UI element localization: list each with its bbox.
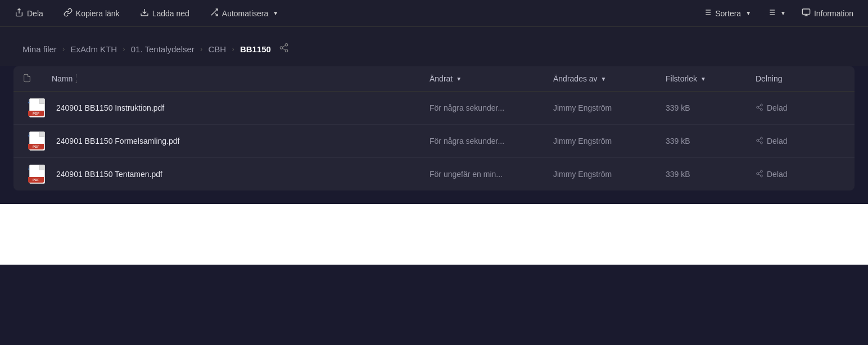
toolbar: Dela Kopiera länk Ladda ned Automatisera… xyxy=(0,0,868,27)
breadcrumb-item-2[interactable]: 01. Tentalydelser xyxy=(131,44,195,54)
sharing-label: Delad xyxy=(767,103,788,112)
pdf-icon: PDF ↓ xyxy=(28,164,46,185)
svg-point-21 xyxy=(761,108,763,111)
svg-point-31 xyxy=(761,175,763,177)
svg-line-27 xyxy=(758,140,761,142)
breadcrumb-item-0[interactable]: Mina filer xyxy=(22,44,57,54)
breadcrumb-area: Mina filer › ExAdm KTH › 01. Tentalydels… xyxy=(0,27,868,66)
breadcrumb-item-3[interactable]: CBH xyxy=(209,44,227,54)
col-name-header[interactable]: Namn ↑↓ xyxy=(52,73,430,84)
file-icon-cell: PDF ↓ xyxy=(22,97,52,119)
table-row[interactable]: PDF ↓ 240901 BB1150 Tentamen.pdf För ung… xyxy=(13,158,855,190)
sort-icon xyxy=(703,8,712,19)
file-sharing: Delad xyxy=(756,137,846,146)
dela-label: Dela xyxy=(27,9,43,18)
col-filesize-label: Filstorlek xyxy=(666,74,697,83)
file-name: 240901 BB1150 Formelsamling.pdf xyxy=(52,137,430,146)
sortera-button[interactable]: Sortera ▼ xyxy=(699,6,754,21)
col-name-label: Namn xyxy=(52,74,73,83)
download-icon xyxy=(140,8,149,19)
svg-line-18 xyxy=(282,46,285,47)
information-icon xyxy=(802,8,811,19)
share-icon xyxy=(15,8,24,19)
sharing-label: Delad xyxy=(767,170,788,179)
file-icon-cell: PDF ↓ xyxy=(22,130,52,152)
toolbar-right: Sortera ▼ ▼ Information xyxy=(699,6,857,21)
pdf-icon: PDF ↓ xyxy=(28,97,46,119)
svg-line-32 xyxy=(758,174,761,175)
svg-point-16 xyxy=(285,49,288,52)
file-date: För några sekunder... xyxy=(430,103,553,112)
kopiera-label: Kopiera länk xyxy=(76,9,120,18)
svg-point-15 xyxy=(280,47,283,49)
breadcrumb-sep-1: › xyxy=(123,44,125,53)
ladda-label: Ladda ned xyxy=(152,9,189,18)
file-table-container: Namn ↑↓ Ändrat ▼ Ändrades av ▼ Filstorle… xyxy=(13,66,855,190)
automatisera-label: Automatisera xyxy=(222,9,268,18)
pdf-icon: PDF ↓ xyxy=(28,130,46,152)
table-row[interactable]: PDF ↓ 240901 BB1150 Formelsamling.pdf Fö… xyxy=(13,125,855,158)
file-icon-cell: PDF ↓ xyxy=(22,164,52,185)
svg-line-23 xyxy=(758,105,761,106)
col-filesize-header[interactable]: Filstorlek ▼ xyxy=(666,74,756,83)
file-date: För några sekunder... xyxy=(430,137,553,146)
file-author: Jimmy Engström xyxy=(553,170,666,179)
col-changed-header[interactable]: Ändrat ▼ xyxy=(430,74,553,83)
information-button[interactable]: Information xyxy=(798,6,857,21)
link-icon xyxy=(64,8,73,19)
breadcrumb-sep-0: › xyxy=(62,44,65,53)
col-sharing-label: Delning xyxy=(756,74,782,83)
svg-point-24 xyxy=(761,137,763,139)
ladda-button[interactable]: Ladda ned xyxy=(137,6,193,21)
svg-line-28 xyxy=(758,138,761,139)
breadcrumb: Mina filer › ExAdm KTH › 01. Tentalydels… xyxy=(22,43,846,55)
file-size: 339 kB xyxy=(666,103,756,112)
filesize-chevron-icon: ▼ xyxy=(700,76,706,82)
file-author: Jimmy Engström xyxy=(553,137,666,146)
svg-point-30 xyxy=(757,172,759,175)
automatisera-chevron-icon: ▼ xyxy=(273,10,278,16)
information-label: Information xyxy=(814,9,853,18)
automatisera-button[interactable]: Automatisera ▼ xyxy=(206,6,282,21)
view-icon xyxy=(767,8,776,19)
svg-point-20 xyxy=(757,106,759,108)
name-sort-arrows: ↑↓ xyxy=(75,73,78,84)
file-date: För ungefär en min... xyxy=(430,170,553,179)
folder-share-icon xyxy=(279,43,289,55)
col-icon xyxy=(22,74,52,84)
changed-chevron-icon: ▼ xyxy=(456,76,462,82)
sharing-label: Delad xyxy=(767,137,788,146)
kopiera-button[interactable]: Kopiera länk xyxy=(60,6,123,21)
file-author: Jimmy Engström xyxy=(553,103,666,112)
file-size: 339 kB xyxy=(666,137,756,146)
svg-point-19 xyxy=(761,104,763,106)
sharing-icon xyxy=(756,137,763,146)
file-sharing: Delad xyxy=(756,103,846,113)
svg-point-29 xyxy=(761,170,763,172)
col-changed-label: Ändrat xyxy=(430,74,453,83)
svg-rect-11 xyxy=(802,9,810,14)
svg-point-14 xyxy=(285,44,288,47)
file-size: 339 kB xyxy=(666,170,756,179)
col-changed-by-label: Ändrades av xyxy=(553,74,598,83)
view-toggle-button[interactable]: ▼ xyxy=(763,6,789,21)
bottom-area xyxy=(0,204,868,265)
breadcrumb-sep-3: › xyxy=(232,44,234,53)
svg-point-26 xyxy=(761,142,763,144)
file-name: 240901 BB1150 Instruktion.pdf xyxy=(52,103,430,112)
automate-icon xyxy=(210,8,219,19)
breadcrumb-item-1[interactable]: ExAdm KTH xyxy=(71,44,117,54)
view-chevron-icon: ▼ xyxy=(780,10,786,16)
col-changed-by-header[interactable]: Ändrades av ▼ xyxy=(553,74,666,83)
dela-button[interactable]: Dela xyxy=(11,6,47,21)
col-sharing-header: Delning xyxy=(756,74,846,83)
svg-line-22 xyxy=(758,107,761,108)
svg-point-25 xyxy=(757,139,759,142)
sharing-icon xyxy=(756,170,763,179)
table-row[interactable]: PDF ↓ 240901 BB1150 Instruktion.pdf För … xyxy=(13,92,855,125)
svg-line-33 xyxy=(758,171,761,172)
file-name: 240901 BB1150 Tentamen.pdf xyxy=(52,170,430,179)
file-sharing: Delad xyxy=(756,170,846,179)
breadcrumb-sep-2: › xyxy=(200,44,203,53)
table-header: Namn ↑↓ Ändrat ▼ Ändrades av ▼ Filstorle… xyxy=(13,66,855,92)
